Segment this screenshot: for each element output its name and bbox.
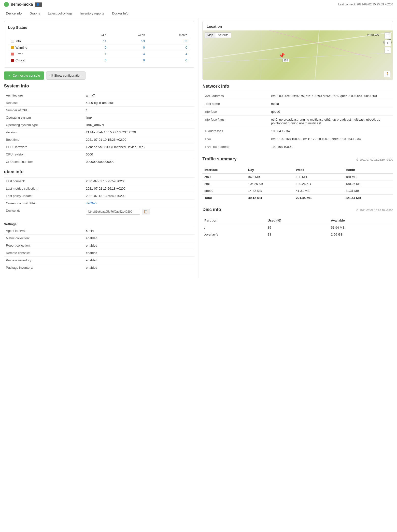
commit-sha-label: Current commit SHA: bbox=[4, 200, 84, 207]
table-row: /overlayfs 13 2.56 GB bbox=[202, 231, 393, 238]
device-id-input[interactable] bbox=[86, 209, 140, 215]
table-row: Error 1 4 4 bbox=[8, 51, 190, 57]
traffic-timestamp: ⏱ 2021-07-02 15:25:59 +0200 bbox=[356, 158, 393, 161]
tab-graphs[interactable]: Graphs bbox=[26, 9, 44, 18]
log-status-card: Log Status 24 h week month bbox=[4, 21, 194, 68]
tab-latest-policy-logs[interactable]: Latest policy logs bbox=[44, 9, 76, 18]
process-inventory-label: Process inventory: bbox=[4, 257, 84, 264]
page-header: demo-moxa 👤= Last connect: 2021-07-02 15… bbox=[0, 0, 397, 9]
commit-sha-value: d909a0 bbox=[84, 200, 195, 207]
version-value: #1 Mon Feb 10 15:27:13 CST 2020 bbox=[84, 129, 195, 136]
table-row: IPv4 eth0: 192.168.100.60, eth1: 172.18.… bbox=[202, 135, 393, 143]
traffic-col-day: Day bbox=[246, 167, 294, 173]
table-row: eth0 34.6 MB 180 MB 180 MB bbox=[202, 173, 393, 181]
tab-device-info[interactable]: Device info bbox=[2, 9, 26, 18]
table-row: Metric collection: enabled bbox=[4, 235, 194, 242]
release-label: Release bbox=[4, 99, 84, 107]
log-info-month: 53 bbox=[148, 38, 190, 44]
table-row: Device id: 📋 bbox=[4, 207, 194, 217]
map-zoom-out-button[interactable]: − bbox=[384, 47, 391, 54]
traffic-header: Traffic summary ⏱ 2021-07-02 15:25:59 +0… bbox=[202, 154, 393, 165]
release-value: 4.4.0-cip-rt-am335x bbox=[84, 99, 195, 107]
log-error-month: 4 bbox=[148, 51, 190, 57]
map-road bbox=[260, 30, 260, 80]
version-label: Version bbox=[4, 129, 84, 136]
boot-label: Boot time bbox=[4, 136, 84, 143]
location-title: Location bbox=[203, 21, 393, 30]
table-row: Info 11 53 53 bbox=[8, 38, 190, 44]
location-card: Location 152 📌 PRINSDAL SØ NORDS bbox=[202, 21, 393, 80]
map-type-satellite-button[interactable]: Satellite bbox=[215, 33, 231, 38]
copy-device-id-button[interactable]: 📋 bbox=[142, 209, 150, 214]
table-row: CPU revision 0000 bbox=[4, 151, 194, 158]
last-policy-value: 2021-07-13 13:50:40 +0200 bbox=[84, 192, 195, 200]
map-zoom-controls: ⛶ + − bbox=[384, 32, 391, 54]
table-row: Host name moxa bbox=[202, 100, 393, 108]
network-info-section: Network info MAC address eth0: 00:90:e8:… bbox=[202, 84, 393, 151]
table-row: Process inventory: enabled bbox=[4, 257, 194, 264]
table-row: / 85 51.94 MB bbox=[202, 224, 393, 231]
disc-info-section: Disc info ⏱ 2021-07-02 15:26:18 +0200 Pa… bbox=[202, 205, 393, 238]
header-left: demo-moxa 👤= bbox=[4, 2, 42, 7]
tab-inventory-reports[interactable]: Inventory reports bbox=[76, 9, 108, 18]
clock-icon: ⏱ bbox=[356, 209, 359, 212]
system-info-section: System info Architecture armv7l Release … bbox=[4, 84, 194, 165]
table-row-total: Total 49.12 MB 221.44 MB 221.44 MB bbox=[202, 194, 393, 201]
root-available: 51.94 MB bbox=[329, 224, 393, 231]
agent-interval-label: Agent interval: bbox=[4, 227, 84, 235]
last-connect-value: 2021-07-02 15:25:59 +0200 bbox=[84, 178, 195, 185]
network-info-title: Network info bbox=[202, 84, 393, 89]
table-row: Number of CPU 1 bbox=[4, 107, 194, 114]
qbee0-month: 41.31 MB bbox=[343, 187, 393, 195]
iface-flags-value: eth0: up broadcast running multicast, et… bbox=[269, 116, 393, 127]
eth0-day: 34.6 MB bbox=[246, 173, 294, 181]
eth1-month: 130.26 KB bbox=[343, 181, 393, 187]
traffic-col-interface: Interface bbox=[202, 167, 246, 173]
last-metrics-label: Last metrics collection: bbox=[4, 185, 84, 192]
table-row: qbee0 14.42 MB 41.31 MB 41.31 MB bbox=[202, 187, 393, 195]
traffic-col-week: Week bbox=[294, 167, 343, 173]
qbee-info-section: qbee info Last connect: 2021-07-02 15:25… bbox=[4, 169, 194, 271]
agent-interval-value: 5 min bbox=[84, 227, 195, 235]
metric-collection-label: Metric collection: bbox=[4, 235, 84, 242]
disc-timestamp: ⏱ 2021-07-02 15:26:18 +0200 bbox=[356, 209, 393, 212]
map-pin-icon: 📌 bbox=[279, 53, 285, 58]
table-row: Interface flags eth0: up broadcast runni… bbox=[202, 116, 393, 127]
warning-dot bbox=[11, 46, 14, 49]
traffic-title: Traffic summary bbox=[202, 156, 237, 162]
boot-value: 2021-07-01 10:15:26 +02:00 bbox=[84, 136, 195, 143]
overlayfs-partition: /overlayfs bbox=[202, 231, 266, 238]
map-label-prinsdal: PRINSDAL bbox=[367, 33, 379, 36]
mac-label: MAC address bbox=[202, 92, 269, 100]
device-name: demo-moxa bbox=[11, 2, 33, 7]
log-critical-month: 0 bbox=[148, 57, 190, 64]
cpu-serial-value: 0000000000000000 bbox=[84, 158, 195, 166]
map-type-map-button[interactable]: Map bbox=[205, 33, 215, 38]
tab-docker-info[interactable]: Docker Info bbox=[108, 9, 132, 18]
map-fullscreen-button[interactable]: ⛶ bbox=[384, 32, 391, 39]
action-buttons: >_ Connect to console ⚙ Show configurati… bbox=[4, 71, 194, 80]
cpu-hw-value: Generic AM33XX (Flattened Device Tree) bbox=[84, 143, 195, 151]
package-inventory-label: Package inventory: bbox=[4, 264, 84, 271]
clock-icon: ⏱ bbox=[356, 158, 359, 161]
last-connect-text: Last connect: 2021-07-02 15:25:59 +0200 bbox=[338, 3, 393, 6]
map-street-view-icon[interactable]: 🚶 bbox=[384, 71, 390, 77]
map-road bbox=[315, 30, 320, 80]
map-zoom-in-button[interactable]: + bbox=[384, 40, 391, 46]
ipv4-value: eth0: 192.168.100.60, eth1: 172.18.100.1… bbox=[269, 135, 393, 143]
last-connect-label: Last connect: bbox=[4, 178, 84, 185]
hostname-label: Host name bbox=[202, 100, 269, 108]
ip-addresses-label: IP addresses bbox=[202, 127, 269, 135]
connect-to-console-button[interactable]: >_ Connect to console bbox=[4, 71, 44, 80]
disc-title: Disc info bbox=[202, 207, 221, 212]
interface-label: Interface bbox=[202, 108, 269, 116]
table-row: IPv4 first address 192.168.100.60 bbox=[202, 143, 393, 151]
log-warning-24h: 0 bbox=[74, 44, 109, 51]
show-configuration-button[interactable]: ⚙ Show configuration bbox=[46, 71, 85, 80]
device-id-cell: 📋 bbox=[84, 207, 195, 217]
commit-sha-link[interactable]: d909a0 bbox=[86, 201, 97, 205]
settings-table: Agent interval: 5 min Metric collection:… bbox=[4, 227, 194, 271]
table-row: Remote console: enabled bbox=[4, 249, 194, 257]
table-row: Interface qbee0 bbox=[202, 108, 393, 116]
cpu-serial-label: CPU serial number bbox=[4, 158, 84, 166]
